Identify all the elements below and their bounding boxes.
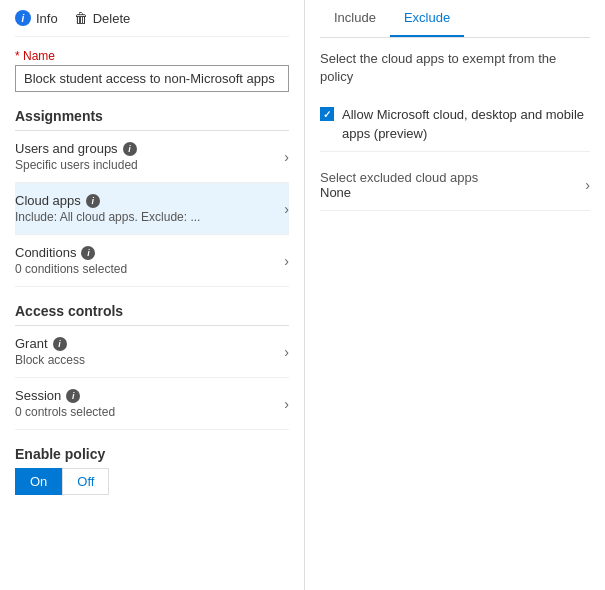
users-groups-subtitle: Specific users included [15,158,284,172]
conditions-item[interactable]: Conditions i 0 conditions selected › [15,235,289,287]
delete-label: Delete [93,11,131,26]
delete-button[interactable]: 🗑 Delete [74,10,131,26]
conditions-chevron: › [284,253,289,269]
session-item[interactable]: Session i 0 controls selected › [15,378,289,430]
cloud-apps-item[interactable]: Cloud apps i Include: All cloud apps. Ex… [15,183,289,235]
users-groups-item[interactable]: Users and groups i Specific users includ… [15,131,289,183]
tabs-bar: Include Exclude [320,0,590,38]
top-bar: i Info 🗑 Delete [15,10,289,37]
assignments-title: Assignments [15,108,289,124]
conditions-subtitle: 0 conditions selected [15,262,284,276]
exclude-description: Select the cloud apps to exempt from the… [320,50,590,86]
allow-microsoft-checkbox-row: ✓ Allow Microsoft cloud, desktop and mob… [320,98,590,151]
grant-title: Grant [15,336,48,351]
delete-icon: 🗑 [74,10,88,26]
info-icon: i [15,10,31,26]
grant-item[interactable]: Grant i Block access › [15,326,289,378]
access-controls-section: Access controls Grant i Block access › S… [15,303,289,430]
cloud-apps-title: Cloud apps [15,193,81,208]
toggle-on-button[interactable]: On [15,468,62,495]
enable-policy-title: Enable policy [15,446,289,462]
left-panel: i Info 🗑 Delete * Name Assignments Users… [0,0,305,590]
session-subtitle: 0 controls selected [15,405,284,419]
access-controls-title: Access controls [15,303,289,319]
cloud-apps-subtitle: Include: All cloud apps. Exclude: ... [15,210,284,224]
users-groups-chevron: › [284,149,289,165]
allow-microsoft-checkbox[interactable]: ✓ [320,107,334,121]
grant-subtitle: Block access [15,353,284,367]
cloud-apps-info-icon: i [86,194,100,208]
tab-include[interactable]: Include [320,0,390,37]
info-button[interactable]: i Info [15,10,58,26]
session-chevron: › [284,396,289,412]
grant-chevron: › [284,344,289,360]
conditions-info-icon: i [81,246,95,260]
cloud-apps-chevron: › [284,201,289,217]
name-input[interactable] [15,65,289,92]
users-groups-title: Users and groups [15,141,118,156]
grant-info-icon: i [53,337,67,351]
tab-exclude[interactable]: Exclude [390,0,464,37]
excluded-apps-chevron: › [585,177,590,193]
excluded-apps-label: Select excluded cloud apps [320,170,478,185]
right-panel: Include Exclude Select the cloud apps to… [305,0,605,590]
name-label: * Name [15,49,289,63]
name-field-group: * Name [15,49,289,92]
excluded-apps-value: None [320,185,478,200]
session-title: Session [15,388,61,403]
users-groups-info-icon: i [123,142,137,156]
session-info-icon: i [66,389,80,403]
info-label: Info [36,11,58,26]
excluded-apps-row[interactable]: Select excluded cloud apps None › [320,160,590,211]
toggle-row: On Off [15,468,289,495]
enable-policy-section: Enable policy On Off [15,446,289,495]
checkbox-check-icon: ✓ [323,109,331,120]
assignments-section: Assignments Users and groups i Specific … [15,108,289,287]
conditions-title: Conditions [15,245,76,260]
allow-microsoft-label: Allow Microsoft cloud, desktop and mobil… [342,106,590,142]
toggle-off-button[interactable]: Off [62,468,109,495]
